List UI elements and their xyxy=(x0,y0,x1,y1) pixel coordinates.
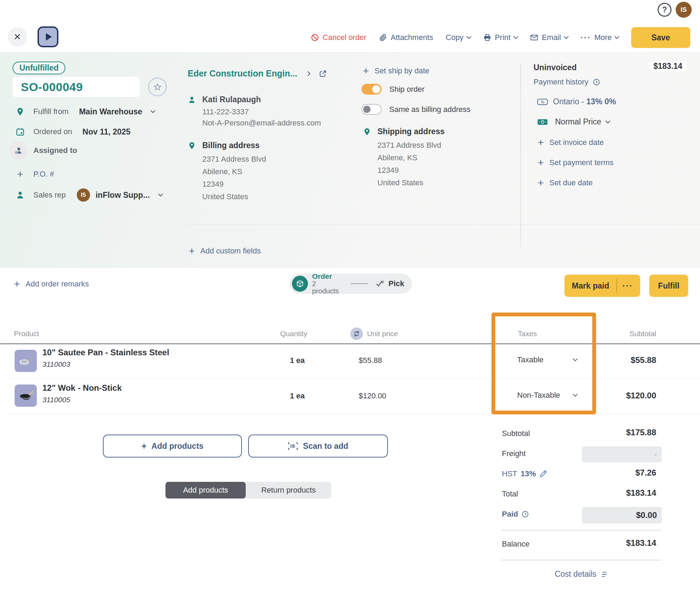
uninvoiced-label: Uninvoiced xyxy=(534,63,577,72)
ship-order-toggle[interactable] xyxy=(361,84,382,95)
set-due-date[interactable]: + Set due date xyxy=(538,178,593,188)
contact-row: Kati Rulapaugh xyxy=(188,95,261,104)
close-icon: ✕ xyxy=(14,32,21,42)
start-workflow-button[interactable] xyxy=(38,26,58,47)
no-entry-icon xyxy=(311,33,319,42)
location-pin-icon xyxy=(188,141,196,150)
paid-amount-box[interactable]: $0.00 xyxy=(582,507,662,524)
chevron-down-icon xyxy=(614,34,619,39)
user-avatar[interactable]: IS xyxy=(676,2,692,18)
toolbar: Cancel order Attachments Copy Print xyxy=(311,27,690,48)
uninvoiced-amount: $183.14 xyxy=(649,61,687,72)
copy-button[interactable]: Copy xyxy=(446,33,470,42)
plus-icon: + xyxy=(363,66,369,76)
chevron-down-icon xyxy=(466,34,471,39)
mark-paid-more-icon[interactable]: ··· xyxy=(622,281,633,291)
mark-paid-split-button: Mark paid ··· xyxy=(564,275,640,297)
same-as-billing-toggle[interactable] xyxy=(361,104,382,115)
status-badge: Unfulfilled xyxy=(13,62,65,74)
email-button[interactable]: Email xyxy=(530,33,568,42)
tax-percent-icon: % xyxy=(537,98,548,106)
add-order-remarks[interactable]: + Add order remarks xyxy=(14,279,89,289)
help-icon[interactable]: ? xyxy=(658,3,671,17)
scan-to-add-button[interactable]: Scan to add xyxy=(248,435,388,458)
add-custom-fields[interactable]: + Add custom fields xyxy=(189,246,261,256)
save-button[interactable]: Save xyxy=(631,27,690,48)
close-button[interactable]: ✕ xyxy=(8,27,27,47)
sales-rep-value: inFlow Supp... xyxy=(96,191,150,200)
subtotal-label: Subtotal xyxy=(502,429,530,438)
sales-rep-label: Sales rep xyxy=(33,191,66,200)
customer-name-link[interactable]: Eder Construction Engin... xyxy=(188,68,297,79)
edit-pencil-icon[interactable] xyxy=(539,470,547,478)
set-payment-terms[interactable]: + Set payment terms xyxy=(538,157,613,168)
pricing-scheme-row[interactable]: Normal Price xyxy=(537,117,610,127)
ordered-on-value: Nov 11, 2025 xyxy=(82,127,130,137)
chevron-down-icon xyxy=(513,34,518,39)
mark-paid-button[interactable]: Mark paid xyxy=(572,281,609,291)
order-step[interactable]: Order 2 products xyxy=(312,273,343,295)
quantity-cell[interactable]: 1 ea xyxy=(290,391,305,400)
barcode-icon xyxy=(288,442,298,450)
paid-label[interactable]: Paid xyxy=(502,510,518,519)
paperclip-icon xyxy=(379,33,387,42)
shipping-line: 12349 xyxy=(377,166,399,175)
fulfill-from-value: Main Warehouse xyxy=(79,107,142,116)
row-subtotal: $120.00 xyxy=(587,391,656,400)
tax-scheme-row[interactable]: % Ontario - 13% 0% xyxy=(537,97,616,106)
order-number-card: SO-000049 xyxy=(13,77,140,97)
fulfill-from-label: Fulfill from xyxy=(33,107,68,116)
divider xyxy=(188,225,700,225)
product-sku: 3110005 xyxy=(42,396,70,404)
assigned-to-label: Assigned to xyxy=(33,146,77,155)
ship-order-label: Ship order xyxy=(389,85,425,94)
plus-icon: + xyxy=(189,246,195,256)
play-icon xyxy=(46,33,52,41)
sales-rep-row[interactable]: Sales rep IS inFlow Supp... xyxy=(13,188,162,202)
print-button[interactable]: Print xyxy=(483,33,518,42)
unit-price-cell[interactable]: $55.88 xyxy=(359,356,382,365)
cancel-order-button[interactable]: Cancel order xyxy=(311,33,366,42)
location-pin-icon xyxy=(363,128,371,136)
chevron-down-icon xyxy=(605,119,610,123)
more-button[interactable]: ··· More xyxy=(580,33,619,42)
billing-line: 12349 xyxy=(202,180,223,189)
person-icon xyxy=(188,96,196,104)
unit-price-cell[interactable]: $120.00 xyxy=(359,391,386,400)
envelope-icon xyxy=(530,33,538,42)
billing-line: United States xyxy=(202,192,248,201)
chevron-right-icon[interactable] xyxy=(306,71,310,76)
fulfill-from-row[interactable]: Fulfill from Main Warehouse xyxy=(13,105,155,119)
favorite-button[interactable]: ☆ xyxy=(148,78,167,96)
po-number-label: P.O. # xyxy=(33,170,54,179)
external-link-icon[interactable] xyxy=(319,70,327,78)
set-invoice-date[interactable]: + Set invoice date xyxy=(538,137,604,148)
row-divider xyxy=(7,414,700,414)
quantity-cell[interactable]: 1 ea xyxy=(290,356,305,365)
sales-rep-avatar: IS xyxy=(77,188,90,202)
paid-row: Paid xyxy=(502,510,529,519)
product-sku: 3110003 xyxy=(42,360,70,369)
ordered-on-row[interactable]: Ordered on Nov 11, 2025 xyxy=(13,125,130,139)
po-number-add[interactable]: + P.O. # xyxy=(13,167,54,181)
pick-step[interactable]: Pick xyxy=(389,279,404,288)
cost-details-link[interactable]: Cost details xyxy=(502,569,661,579)
tab-add-products[interactable]: Add products xyxy=(165,482,246,499)
attachments-button[interactable]: Attachments xyxy=(379,33,433,42)
shipping-address-label: Shipping address xyxy=(377,127,445,136)
payment-history-link[interactable]: Payment history xyxy=(534,78,600,87)
clock-icon xyxy=(521,510,529,518)
freight-input[interactable]: - xyxy=(582,446,662,462)
fulfill-button[interactable]: Fulfill xyxy=(649,275,688,297)
plus-icon: + xyxy=(13,169,28,179)
tab-return-products[interactable]: Return products xyxy=(246,482,331,499)
billing-address-header: Billing address xyxy=(188,141,260,150)
assigned-to-row[interactable]: Assigned to xyxy=(9,144,77,157)
freight-label: Freight xyxy=(502,449,526,458)
add-products-button[interactable]: + Add products xyxy=(103,435,242,458)
refresh-price-icon[interactable] xyxy=(350,327,363,340)
pricing-scheme-value: Normal Price xyxy=(555,117,601,127)
set-ship-by-date[interactable]: + Set ship by date xyxy=(363,66,429,76)
customer-link-row: Eder Construction Engin... xyxy=(188,68,327,79)
product-name: 10" Sautee Pan - Stainless Steel xyxy=(42,348,169,357)
